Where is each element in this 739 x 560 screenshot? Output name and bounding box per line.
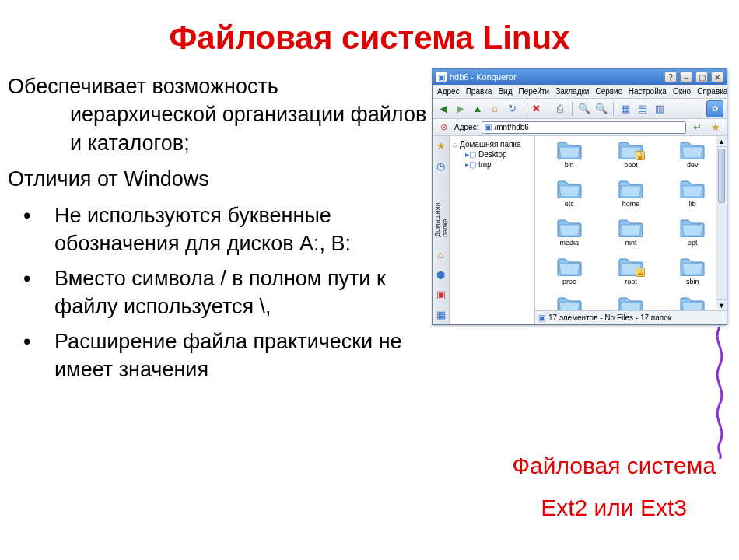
- folder-item[interactable]: 🔒root: [600, 256, 661, 295]
- menu-address[interactable]: Адрес: [437, 87, 460, 96]
- folder-label: home: [622, 200, 640, 208]
- sidebar-panel: ★ ◷ Домашняя папка ⌂ ⬢ ▣ ▦: [433, 136, 450, 324]
- close-button[interactable]: ✕: [711, 72, 723, 82]
- scroll-track[interactable]: [716, 205, 727, 299]
- history-tab[interactable]: ◷: [434, 159, 448, 173]
- folder-item[interactable]: opt: [662, 217, 723, 256]
- main-area: ★ ◷ Домашняя папка ⌂ ⬢ ▣ ▦ ⌂ Домашняя па…: [433, 136, 727, 324]
- status-icon: ▣: [538, 313, 545, 322]
- folder-item[interactable]: dev: [662, 139, 723, 178]
- scroll-thumb[interactable]: [718, 149, 725, 203]
- maximize-button[interactable]: ▢: [695, 72, 708, 82]
- list-item: Не используются буквенные обозначения дл…: [8, 201, 428, 258]
- folder-item[interactable]: proc: [538, 256, 600, 295]
- go-button[interactable]: ↵: [689, 120, 705, 135]
- folder-item[interactable]: mnt: [600, 217, 661, 256]
- forward-button[interactable]: ▶: [453, 101, 468, 117]
- folder-label: root: [625, 278, 637, 285]
- menu-view[interactable]: Вид: [498, 87, 512, 96]
- minimize-button[interactable]: –: [680, 72, 692, 82]
- up-button[interactable]: ▲: [470, 101, 485, 117]
- folder-icon: [556, 217, 583, 237]
- menu-bar: Адрес Правка Вид Перейти Закладки Сервис…: [433, 85, 727, 99]
- folder-label: opt: [688, 239, 698, 247]
- window-titlebar[interactable]: ▣ hdb6 - Konqueror ? – ▢ ✕: [433, 69, 727, 85]
- folder-icon: ▸▢: [465, 160, 476, 169]
- stop-button[interactable]: ✖: [528, 101, 544, 117]
- folder-item[interactable]: etc: [538, 178, 600, 217]
- folder-item[interactable]: home: [600, 178, 661, 217]
- folder-icon: ▣: [485, 123, 492, 131]
- fs-line2: Ext2 или Ext3: [512, 487, 716, 529]
- back-button[interactable]: ◀: [436, 101, 451, 117]
- menu-go[interactable]: Перейти: [519, 87, 550, 96]
- app-icon: ▣: [436, 72, 447, 82]
- folder-label: bin: [565, 161, 574, 169]
- folder-item[interactable]: bin: [538, 139, 600, 178]
- separator: [524, 102, 524, 116]
- menu-tools[interactable]: Сервис: [595, 87, 622, 96]
- folder-icon: [679, 178, 706, 198]
- bullet-list: Не используются буквенные обозначения дл…: [8, 201, 428, 384]
- tree-root-item[interactable]: ⌂ Домашняя папка: [451, 139, 533, 149]
- view-icons-button[interactable]: ▦: [618, 101, 633, 117]
- slide-title: Файловая система Linux: [0, 0, 739, 72]
- services-tab[interactable]: ▦: [434, 307, 448, 321]
- separator: [572, 102, 573, 116]
- folder-item[interactable]: sbin: [662, 256, 723, 295]
- menu-help[interactable]: Справка: [697, 87, 727, 96]
- file-area: bin🔒bootdevetchomelibmediamntoptproc🔒roo…: [535, 136, 727, 324]
- view-list-button[interactable]: ▤: [635, 101, 650, 117]
- menu-window[interactable]: Окно: [673, 87, 691, 96]
- help-button[interactable]: ?: [664, 72, 677, 82]
- view-tree-button[interactable]: ▥: [652, 101, 667, 117]
- folder-icon: [618, 217, 644, 237]
- toolbar: ◀ ▶ ▲ ⌂ ↻ ✖ ⎙ 🔍 🔍 ▦ ▤ ▥ ✿: [433, 99, 727, 119]
- tree-child-item[interactable]: ▸▢ Desktop: [451, 149, 533, 159]
- folder-label: lib: [689, 200, 696, 208]
- home-tab[interactable]: ⌂: [434, 248, 448, 262]
- bookmarks-tab[interactable]: ★: [434, 139, 448, 153]
- sidebar-vertical-label: Домашняя папка: [433, 184, 449, 237]
- clear-address-button[interactable]: ⊘: [436, 120, 451, 135]
- folder-item[interactable]: media: [538, 217, 600, 256]
- folder-icon: [679, 256, 706, 276]
- vertical-scrollbar[interactable]: ▲ ▼: [716, 136, 727, 310]
- folder-item[interactable]: tmp: [662, 295, 723, 310]
- bookmark-button[interactable]: ★: [708, 120, 723, 135]
- scroll-down-button[interactable]: ▼: [716, 299, 727, 310]
- root-tab[interactable]: ▣: [434, 288, 448, 302]
- folder-item[interactable]: srv: [538, 295, 600, 310]
- folder-icon: [679, 217, 706, 237]
- status-text: 17 элементов - No Files - 17 папок: [548, 313, 671, 322]
- scroll-up-button[interactable]: ▲: [716, 136, 727, 147]
- folder-icon: 🔒: [618, 256, 644, 276]
- folder-icon: [679, 295, 706, 310]
- menu-bookmarks[interactable]: Закладки: [555, 87, 589, 96]
- folder-icon: [556, 295, 583, 310]
- folder-icon: [679, 139, 706, 159]
- home-button[interactable]: ⌂: [487, 101, 503, 117]
- folder-icon: 🔒: [618, 139, 644, 159]
- tree-panel: ⌂ Домашняя папка ▸▢ Desktop ▸▢ tmp: [450, 136, 535, 324]
- zoom-out-button[interactable]: 🔍: [576, 101, 592, 117]
- folder-label: sbin: [686, 278, 699, 285]
- folder-icon: ▸▢: [465, 150, 476, 159]
- network-tab[interactable]: ⬢: [434, 268, 448, 282]
- menu-edit[interactable]: Правка: [466, 87, 492, 96]
- folder-item[interactable]: 🔒boot: [600, 139, 661, 178]
- print-button[interactable]: ⎙: [552, 101, 568, 117]
- folder-item[interactable]: lib: [662, 178, 723, 217]
- separator: [548, 102, 548, 116]
- address-input[interactable]: ▣ /mnt/hdb6: [482, 121, 686, 134]
- menu-settings[interactable]: Настройка: [629, 87, 667, 96]
- folder-icon: [556, 256, 583, 276]
- file-grid: bin🔒bootdevetchomelibmediamntoptproc🔒roo…: [535, 136, 727, 310]
- tree-child-item[interactable]: ▸▢ tmp: [451, 159, 533, 170]
- reload-button[interactable]: ↻: [504, 101, 520, 117]
- folder-item[interactable]: sys: [600, 295, 661, 310]
- tree-child-label: tmp: [478, 160, 492, 169]
- folder-icon: [556, 178, 583, 198]
- zoom-in-button[interactable]: 🔍: [594, 101, 609, 117]
- body-text: Обеспечивает возможность иерархической о…: [0, 72, 436, 383]
